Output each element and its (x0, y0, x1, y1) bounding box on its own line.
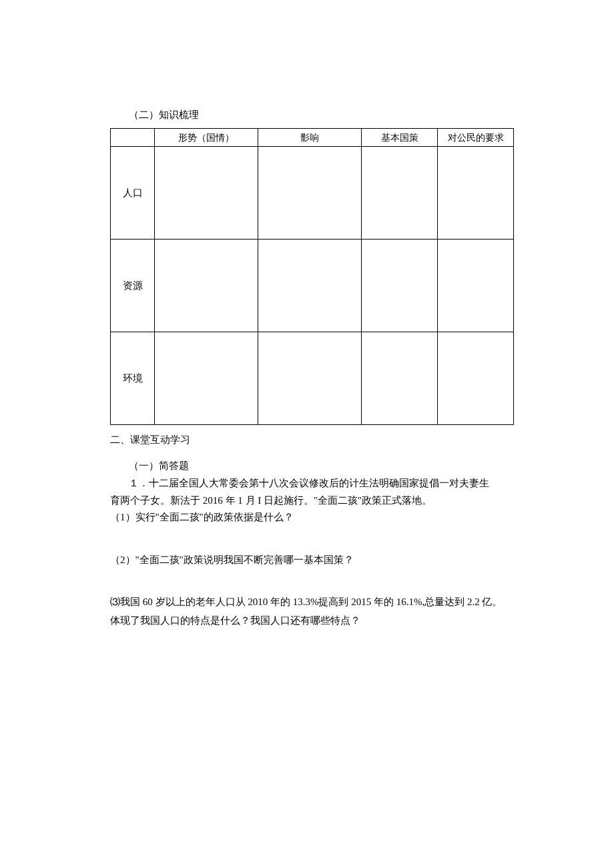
cell (362, 332, 438, 425)
table-row: 人口 (111, 147, 514, 240)
short-answer-heading: （一）简答题 (129, 458, 514, 474)
col-header-blank (111, 129, 155, 147)
knowledge-table: 形势（国情） 影响 基本国策 对公民的要求 人口 资源 (110, 128, 514, 425)
q1-sub2: （2）"全面二孩"政策说明我国不断完善哪一基本国策？ (110, 552, 514, 569)
document-page: （二）知识梳理 形势（国情） 影响 基本国策 对公民的要求 人口 (0, 0, 614, 868)
cell (155, 147, 258, 240)
cell (258, 240, 362, 332)
cell (438, 147, 514, 240)
cell (258, 147, 362, 240)
col-header-requirement: 对公民的要求 (438, 129, 514, 147)
cell (362, 240, 438, 332)
col-header-policy: 基本国策 (362, 129, 438, 147)
answer-space (110, 570, 514, 594)
cell (438, 332, 514, 425)
col-header-effect: 影响 (258, 129, 362, 147)
answer-space (110, 528, 514, 552)
cell (362, 147, 438, 240)
q1-stem-line2: 育两个子女。新法于 2016 年 1 月 I 日起施行。"全面二孩"政策正式落地… (110, 492, 514, 510)
q1-sub3-line2: 体现了我国人口的特点是什么？我国人口还有哪些特点？ (110, 612, 514, 630)
table-header-row: 形势（国情） 影响 基本国策 对公民的要求 (111, 129, 514, 147)
table-row: 资源 (111, 240, 514, 332)
col-header-situation: 形势（国情） (155, 129, 258, 147)
q1-sub3-line1: ⑶我国 60 岁以上的老年人口从 2010 年的 13.3%提高到 2015 年… (110, 594, 514, 611)
cell (258, 332, 362, 425)
table-row: 环境 (111, 332, 514, 425)
q1-sub1: （1）实行"全面二孩"的政策依据是什么？ (110, 509, 514, 526)
cell (438, 240, 514, 332)
row-label-environment: 环境 (111, 332, 155, 425)
section-2-heading: 二、课堂互动学习 (110, 432, 514, 448)
row-label-population: 人口 (111, 147, 155, 240)
knowledge-heading: （二）知识梳理 (129, 107, 514, 123)
cell (155, 332, 258, 425)
q1-stem-line1: １．十二届全国人大常委会第十八次会议修改后的计生法明确国家提倡一对夫妻生 (129, 475, 514, 492)
cell (155, 240, 258, 332)
row-label-resource: 资源 (111, 240, 155, 332)
